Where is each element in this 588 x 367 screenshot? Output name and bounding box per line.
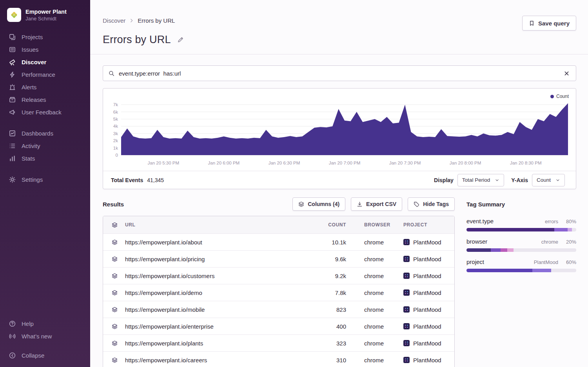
sidebar-item-projects[interactable]: Projects (0, 31, 90, 43)
releases-icon (9, 96, 16, 103)
sidebar-nav: Projects Issues Discover Performance Ale… (0, 31, 90, 186)
table-row[interactable]: https://empowerplant.io/about 10.1k chro… (103, 233, 454, 250)
row-url[interactable]: https://empowerplant.io/enterprise (125, 323, 299, 330)
tag-bar-segment (514, 248, 576, 252)
svg-text:0: 0 (116, 153, 118, 157)
sidebar-item-alerts[interactable]: Alerts (0, 81, 90, 93)
sidebar-item-label: Performance (22, 71, 55, 78)
stack-icon (298, 201, 304, 207)
display-select[interactable]: Total Period (457, 174, 504, 186)
svg-text:4k: 4k (113, 124, 118, 128)
tag-distribution-bar[interactable] (466, 269, 576, 272)
tag-summary-list: event.type errors 80% browser chrome 20%… (466, 218, 576, 272)
stack-icon (112, 256, 125, 262)
performance-icon (9, 71, 16, 78)
chevron-right-icon (129, 18, 134, 23)
row-url[interactable]: https://empowerplant.io/customers (125, 273, 299, 279)
events-area-chart: 01k2k3k4k5k6k7kJan 20 5:30 PMJan 20 6:00… (103, 97, 576, 171)
sidebar-item-dashboards[interactable]: Dashboards (0, 127, 90, 139)
row-url[interactable]: https://empowerplant.io/mobile (125, 306, 299, 313)
results-table: URL COUNT BROWSER PROJECT https://empowe… (103, 216, 455, 367)
row-project: PlantMood (403, 273, 454, 279)
tag-bar-segment (554, 228, 568, 231)
sidebar-item-user-feedback[interactable]: User Feedback (0, 106, 90, 118)
yaxis-select[interactable]: Count (532, 174, 565, 186)
row-browser: chrome (364, 340, 403, 347)
yaxis-select-value: Count (537, 177, 551, 183)
tag-distribution-bar[interactable] (466, 248, 576, 252)
sidebar-item-stats[interactable]: Stats (0, 152, 90, 165)
display-select-value: Total Period (462, 177, 490, 183)
table-row[interactable]: https://empowerplant.io/demo 7.8k chrome… (103, 284, 454, 301)
row-project: PlantMood (403, 323, 454, 330)
row-url[interactable]: https://empowerplant.io/about (125, 239, 299, 246)
row-count: 310 (299, 357, 346, 363)
row-url[interactable]: https://empowerplant.io/pricing (125, 256, 299, 262)
clear-search-button[interactable] (563, 70, 570, 77)
results-actions: Columns (4) Export CSV Hide Tags (292, 197, 455, 211)
sidebar: Empower Plant Jane Schmidt Projects Issu… (0, 0, 90, 367)
org-switcher[interactable]: Empower Plant Jane Schmidt (0, 0, 90, 31)
sidebar-item-label: Stats (22, 155, 35, 162)
hide-tags-button[interactable]: Hide Tags (408, 197, 455, 211)
table-row[interactable]: https://empowerplant.io/enterprise 400 c… (103, 318, 454, 334)
column-header-browser[interactable]: BROWSER (364, 222, 403, 228)
row-url[interactable]: https://empowerplant.io/plants (125, 340, 299, 347)
column-header-count[interactable]: COUNT (299, 222, 346, 228)
stack-icon (112, 324, 125, 329)
table-row[interactable]: https://empowerplant.io/mobile 823 chrom… (103, 301, 454, 318)
sidebar-item-releases[interactable]: Releases (0, 93, 90, 106)
chart-legend: Count (550, 94, 569, 99)
export-csv-button[interactable]: Export CSV (351, 197, 402, 211)
sidebar-item-whats-new[interactable]: What’s new (0, 330, 90, 342)
row-url[interactable]: https://empowerplant.io/demo (125, 289, 299, 296)
table-row[interactable]: https://empowerplant.io/customers 9.2k c… (103, 267, 454, 284)
table-row[interactable]: https://empowerplant.io/careers 310 chro… (103, 351, 454, 367)
sidebar-item-activity[interactable]: Activity (0, 139, 90, 152)
row-project-name: PlantMood (413, 306, 441, 313)
edit-title-button[interactable] (176, 36, 185, 44)
project-avatar-icon (403, 239, 410, 245)
sidebar-item-settings[interactable]: Settings (0, 173, 90, 186)
sidebar-item-collapse[interactable]: Collapse (0, 349, 90, 362)
sidebar-item-label: Issues (22, 46, 38, 53)
svg-text:3k: 3k (113, 131, 118, 136)
sidebar-item-label: What’s new (22, 333, 52, 340)
sidebar-item-issues[interactable]: Issues (0, 43, 90, 56)
column-header-project[interactable]: PROJECT (403, 222, 454, 228)
tag-summary-entry: browser chrome 20% (466, 238, 576, 252)
row-project-name: PlantMood (413, 340, 441, 347)
row-count: 9.6k (299, 256, 346, 262)
pencil-icon (177, 36, 184, 43)
sidebar-item-discover[interactable]: Discover (0, 56, 90, 68)
table-row[interactable]: https://empowerplant.io/pricing 9.6k chr… (103, 250, 454, 267)
results-header: Results Columns (4) Export CSV Hide T (103, 197, 455, 211)
whats-new-icon (9, 333, 16, 340)
row-project-name: PlantMood (413, 256, 441, 262)
tag-summary-entry: event.type errors 80% (466, 218, 576, 231)
search-input[interactable] (119, 70, 559, 77)
tag-bar-segment (466, 248, 491, 252)
row-project: PlantMood (403, 289, 454, 296)
chevron-down-icon (495, 178, 499, 183)
tag-head: browser chrome 20% (466, 238, 576, 245)
export-csv-button-label: Export CSV (366, 201, 396, 207)
table-row[interactable]: https://empowerplant.io/plants 323 chrom… (103, 334, 454, 351)
sidebar-item-label: Alerts (22, 84, 36, 90)
tag-distribution-bar[interactable] (466, 228, 576, 231)
sidebar-item-performance[interactable]: Performance (0, 68, 90, 81)
search-icon (109, 71, 114, 76)
breadcrumb-discover[interactable]: Discover (103, 17, 125, 24)
columns-button[interactable]: Columns (4) (292, 197, 345, 211)
svg-text:Jan 20 8:00 PM: Jan 20 8:00 PM (450, 161, 481, 165)
column-header-url[interactable]: URL (125, 222, 299, 228)
legend-label: Count (556, 94, 569, 99)
row-project-name: PlantMood (413, 273, 441, 279)
tag-name: browser (466, 238, 487, 245)
row-project-name: PlantMood (413, 357, 441, 363)
org-name: Empower Plant (25, 8, 67, 15)
save-query-button[interactable]: Save query (522, 16, 576, 31)
sidebar-item-help[interactable]: Help (0, 317, 90, 330)
row-url[interactable]: https://empowerplant.io/careers (125, 357, 299, 363)
alerts-icon (9, 83, 16, 90)
